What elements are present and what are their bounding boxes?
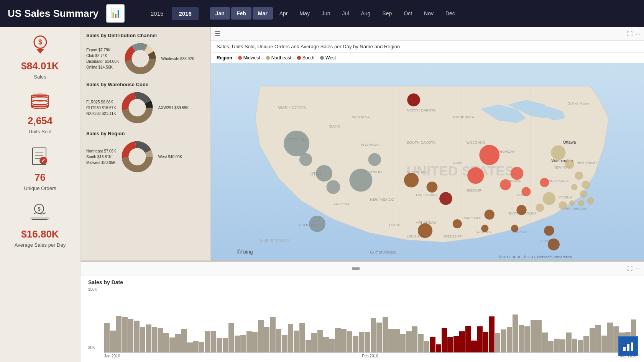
expand-icon[interactable]: ⛶ [627,31,632,37]
svg-point-96 [548,239,560,251]
legend-west-label: West [325,55,336,61]
bar [193,341,199,352]
svg-point-82 [349,169,372,192]
svg-text:ⓑ bing: ⓑ bing [237,249,253,255]
bar [394,329,399,352]
legend-northeast: Northeast [266,55,291,61]
ellipsis-bottom-icon[interactable]: ··· [636,265,640,272]
svg-text:$: $ [38,206,41,212]
kpi-panel: $ $84.01K Sales 2,654 Units Sold [0,27,80,362]
month-tab-sep[interactable]: Sep [377,7,397,20]
bar [122,317,127,352]
year-tab-2015[interactable]: 2015 [144,7,170,20]
center-area: Sales by Distribution Channel Export $7.… [80,27,644,362]
bar [163,333,169,352]
y-label-bottom: $0K [88,346,97,350]
legend-midwest: Midwest [238,55,260,61]
year-tabs: 2015 2016 [144,7,199,20]
bar [169,337,175,352]
warehouse-donut-container: FLR025 $6.68K GUT930 $16.67K NXH382 $21.… [86,90,205,125]
year-tab-2016[interactable]: 2016 [172,7,198,20]
bar [501,329,506,352]
month-tab-jan[interactable]: Jan [210,7,230,20]
bar [583,336,589,352]
bar [447,337,453,352]
month-tab-jun[interactable]: Jun [316,7,336,20]
month-tab-nov[interactable]: Nov [419,7,439,20]
month-tab-feb[interactable]: Feb [231,7,251,20]
svg-text:$: $ [38,38,42,46]
svg-text:MISSISSIPPI: MISSISSIPPI [444,234,463,238]
bar [524,326,530,352]
warehouse-label-2: NXH382 $21.11K [86,111,116,116]
kpi-orders: ✓ 76 Unique Orders [24,146,56,191]
region-chart-title: Sales by Region [86,131,205,136]
svg-text:WEST VIRGINIA: WEST VIRGINIA [563,207,587,211]
channel-label-3: Online $14.56K [86,65,119,69]
bar [418,334,423,352]
svg-text:IDAHO: IDAHO [329,124,340,128]
svg-point-114 [569,200,575,206]
month-tab-aug[interactable]: Aug [355,7,376,20]
main-layout: $ $84.01K Sales 2,654 Units Sold [0,27,644,362]
bar [317,330,323,352]
month-tab-apr[interactable]: Apr [274,7,293,20]
bar [442,328,447,352]
avg-sales-icon: $ [28,203,51,226]
expand-bottom-icon[interactable]: ⛶ [627,265,632,272]
bar [341,329,347,352]
svg-text:UNITED STATES: UNITED STATES [407,163,514,179]
month-tab-jul[interactable]: Jul [337,7,355,20]
channel-label-2: Distributor $14.00K [86,59,119,64]
bar-chart-icon [623,341,634,352]
hamburger-icon[interactable]: ☰ [215,30,220,37]
bar [282,335,287,352]
svg-text:TENNESSEE: TENNESSEE [462,216,481,220]
sales-date-title: Sales by Date [88,279,636,285]
x-label-jan: Jan 2016 [104,354,120,358]
svg-point-112 [536,203,544,212]
month-tab-oct[interactable]: Oct [398,7,417,20]
bar [158,328,163,352]
month-tab-mar[interactable]: Mar [253,7,273,20]
bar [412,326,417,352]
bar [181,329,187,352]
bottom-toolbar-icons: ⛶ ··· [627,265,640,272]
bar [406,331,411,352]
bar [205,331,210,352]
bar [483,332,488,352]
month-tab-may[interactable]: May [294,7,315,20]
region-label-midwest: Midwest $20.05K [86,161,116,165]
map-svg: WASHINGTON OREGON IDAHO MONTANA NORTH DA… [211,63,644,260]
resize-handle[interactable] [352,267,360,270]
bottom-toolbar: ⛶ ··· [80,262,644,275]
bar [335,328,340,352]
month-tab-dec[interactable]: Dec [440,7,460,20]
svg-point-99 [500,179,511,190]
svg-text:Gulf of Mexico: Gulf of Mexico [260,238,289,243]
focus-chart-icon[interactable] [618,336,638,356]
svg-point-111 [543,192,556,205]
svg-text:MISSOURI: MISSOURI [467,188,482,192]
svg-point-102 [511,167,524,180]
x-axis-labels: Jan 2016 Feb 2016 Mar 2016 [104,354,636,358]
map-area[interactable]: WASHINGTON OREGON IDAHO MONTANA NORTH DA… [211,63,644,260]
bar-chart-wrapper: $50K $0K Jan 2016 Feb 2016 Mar 2016 [88,287,636,358]
warehouse-donut-chart [120,90,154,125]
svg-text:SOUTH DAKOTA: SOUTH DAKOTA [407,140,435,144]
ellipsis-icon[interactable]: ··· [636,31,640,37]
svg-point-107 [571,184,578,190]
bar [459,331,465,352]
legend-south: South [297,55,314,61]
svg-text:WASHINGTON: WASHINGTON [278,105,307,110]
bar [400,334,406,352]
bar [329,339,335,352]
svg-point-94 [511,225,518,232]
svg-rect-119 [627,344,629,351]
bar [513,314,518,352]
region-label-west: West $40.09K [158,155,182,159]
header-icon[interactable]: 📊 [106,4,125,23]
svg-point-31 [128,148,146,165]
bar [223,338,228,352]
svg-point-98 [467,167,484,184]
